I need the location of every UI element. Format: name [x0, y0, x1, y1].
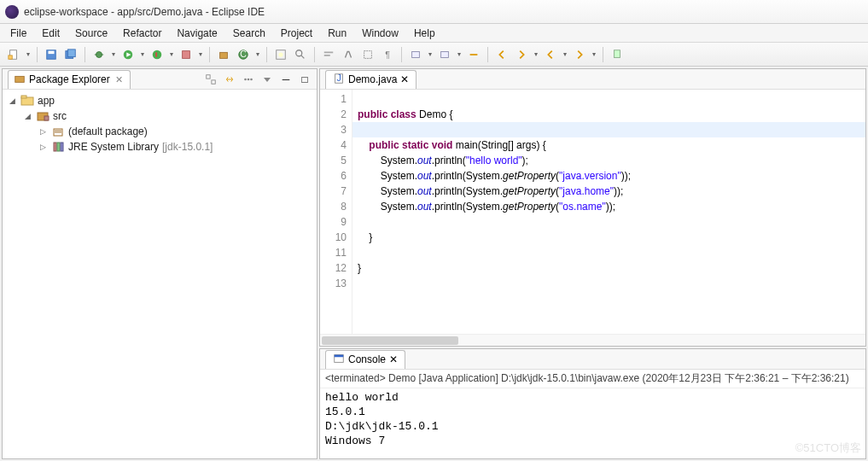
- svg-rect-5: [68, 49, 76, 56]
- scroll-thumb[interactable]: [322, 336, 458, 345]
- collapse-all-button[interactable]: [204, 73, 218, 86]
- run-button[interactable]: [119, 46, 137, 63]
- tree-item[interactable]: ◢src: [3, 108, 317, 124]
- tree-item[interactable]: ▷(default package): [3, 124, 317, 139]
- src-icon: [36, 109, 50, 123]
- filter-button[interactable]: [242, 73, 255, 86]
- link-editor-button[interactable]: [223, 73, 236, 86]
- tab-demo-java[interactable]: J Demo.java ✕: [325, 70, 417, 89]
- svg-rect-43: [57, 143, 60, 151]
- code-line[interactable]: }: [358, 230, 860, 245]
- dropdown-icon[interactable]: ▾: [197, 50, 204, 58]
- code-line[interactable]: public static void main(String[] args) {: [358, 137, 860, 153]
- line-number: 7: [322, 184, 347, 199]
- tree-item-label: JRE System Library: [68, 141, 159, 153]
- save-all-button[interactable]: [62, 46, 79, 63]
- show-whitespace-button[interactable]: ¶: [379, 46, 396, 63]
- annotation-prev-button[interactable]: [407, 46, 424, 63]
- line-gutter: 12345678910111213: [320, 90, 352, 334]
- package-tree[interactable]: ◢app◢src▷(default package)▷JRE System Li…: [3, 90, 317, 458]
- dropdown-icon[interactable]: ▾: [254, 50, 261, 58]
- package-explorer-header: Package Explorer ✕ ─ □: [3, 69, 317, 90]
- dropdown-icon[interactable]: ▾: [110, 50, 117, 58]
- work-area: Package Explorer ✕ ─ □ ◢app◢src▷(default…: [0, 67, 868, 461]
- dropdown-icon[interactable]: ▾: [591, 50, 597, 58]
- horizontal-scrollbar[interactable]: [320, 334, 865, 346]
- dropdown-icon[interactable]: ▾: [456, 50, 463, 58]
- debug-button[interactable]: [90, 46, 108, 63]
- open-type-button[interactable]: [272, 46, 289, 63]
- menu-file[interactable]: File: [3, 26, 33, 41]
- toggle-breadcrumb-button[interactable]: [320, 46, 337, 63]
- view-menu-button[interactable]: [260, 73, 274, 86]
- external-tools-button[interactable]: [178, 46, 195, 63]
- coverage-button[interactable]: [149, 46, 166, 63]
- menu-run[interactable]: Run: [321, 26, 353, 41]
- tree-item[interactable]: ▷JRE System Library [jdk-15.0.1]: [3, 139, 317, 155]
- svg-rect-27: [615, 50, 620, 57]
- svg-rect-42: [54, 143, 56, 151]
- new-button[interactable]: [5, 46, 22, 63]
- dropdown-icon[interactable]: ▾: [25, 50, 32, 58]
- maximize-button[interactable]: □: [298, 73, 312, 86]
- menu-source[interactable]: Source: [68, 26, 114, 41]
- back-button[interactable]: [493, 46, 510, 63]
- annotation-next-button[interactable]: [436, 46, 453, 63]
- code-line[interactable]: System.out.println(System.getProperty("j…: [358, 168, 860, 184]
- block-selection-button[interactable]: [359, 46, 376, 63]
- back-history-button[interactable]: [542, 46, 559, 63]
- menu-window[interactable]: Window: [355, 26, 405, 41]
- new-package-button[interactable]: [215, 46, 232, 63]
- close-icon[interactable]: ✕: [389, 353, 398, 365]
- svg-point-33: [250, 78, 253, 80]
- code-line[interactable]: System.out.println(System.getProperty("j…: [358, 184, 860, 199]
- code-editor[interactable]: 12345678910111213 public class Demo { pu…: [320, 90, 865, 334]
- expand-icon[interactable]: ▷: [38, 143, 48, 152]
- save-button[interactable]: [43, 46, 60, 63]
- menu-help[interactable]: Help: [407, 26, 442, 41]
- line-number: 2: [322, 107, 347, 122]
- forward-button[interactable]: [513, 46, 530, 63]
- menu-refactor[interactable]: Refactor: [116, 26, 168, 41]
- menu-edit[interactable]: Edit: [35, 26, 67, 41]
- title-bar: eclipse-workspace - app/src/Demo.java - …: [0, 0, 868, 24]
- new-class-button[interactable]: C: [235, 46, 252, 63]
- menu-search[interactable]: Search: [226, 26, 272, 41]
- code-line[interactable]: public class Demo {: [358, 107, 860, 122]
- dropdown-icon[interactable]: ▾: [427, 50, 434, 58]
- menu-bar: FileEditSourceRefactorNavigateSearchProj…: [0, 24, 868, 43]
- code-line[interactable]: System.out.println(System.getProperty("o…: [358, 199, 860, 214]
- package-explorer-tab[interactable]: Package Explorer ✕: [8, 70, 131, 89]
- console-tab[interactable]: Console ✕: [325, 350, 405, 369]
- tree-item[interactable]: ◢app: [3, 93, 317, 108]
- last-edit-button[interactable]: [465, 46, 482, 63]
- tree-item-label: (default package): [68, 125, 148, 137]
- dropdown-icon[interactable]: ▾: [168, 50, 175, 58]
- dropdown-icon[interactable]: ▾: [139, 50, 146, 58]
- forward-history-button[interactable]: [571, 46, 588, 63]
- menu-project[interactable]: Project: [274, 26, 319, 41]
- console-output[interactable]: hello world 15.0.1 D:\jdk\jdk-15.0.1 Win…: [320, 388, 865, 458]
- collapse-icon[interactable]: ◢: [23, 112, 32, 121]
- expand-icon[interactable]: ▷: [38, 127, 48, 137]
- svg-rect-28: [15, 76, 25, 82]
- search-button[interactable]: [292, 46, 309, 63]
- dropdown-icon[interactable]: ▾: [533, 50, 539, 58]
- code-line[interactable]: [358, 276, 860, 291]
- code-line[interactable]: [358, 214, 860, 230]
- minimize-button[interactable]: ─: [279, 73, 293, 86]
- close-icon[interactable]: ✕: [400, 73, 409, 85]
- code-line[interactable]: System.out.println("hello world");: [358, 153, 860, 168]
- code-line[interactable]: [358, 91, 860, 107]
- close-icon[interactable]: ✕: [114, 74, 125, 85]
- collapse-icon[interactable]: ◢: [8, 96, 17, 106]
- library-icon: [51, 140, 65, 154]
- mark-occurrences-button[interactable]: [340, 46, 357, 63]
- dropdown-icon[interactable]: ▾: [562, 50, 568, 58]
- code-line[interactable]: }: [358, 260, 860, 276]
- code-area[interactable]: public class Demo { public static void m…: [352, 90, 865, 334]
- menu-navigate[interactable]: Navigate: [170, 26, 224, 41]
- code-line[interactable]: [352, 122, 865, 137]
- code-line[interactable]: [358, 245, 860, 260]
- pin-editor-button[interactable]: [609, 46, 626, 63]
